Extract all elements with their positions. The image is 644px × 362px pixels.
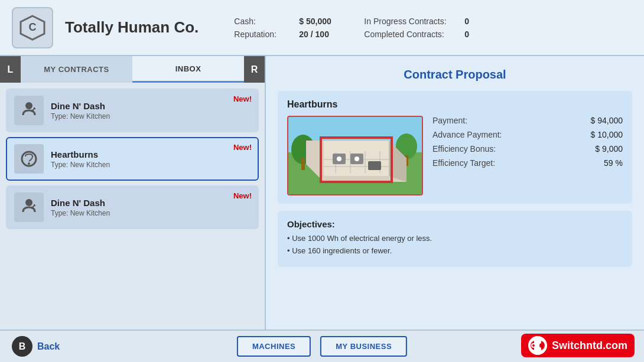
contract-detail-body: Payment: $ 94,000 Advance Payment: $ 10,… bbox=[287, 116, 623, 195]
contract-info: Dine N' Dash Type: New Kitchen bbox=[51, 101, 251, 120]
objectives-title: Objectives: bbox=[287, 219, 623, 229]
tab-my-contracts[interactable]: MY CONTRACTS bbox=[21, 56, 132, 83]
svg-point-31 bbox=[532, 344, 535, 347]
contract-type: Type: New Kitchen bbox=[51, 209, 251, 217]
payment-value: $ 94,000 bbox=[591, 116, 623, 125]
completed-value: 0 bbox=[464, 30, 469, 39]
efficiency-target-label: Efficiency Target: bbox=[432, 158, 495, 168]
tab-bar: L MY CONTRACTS INBOX R bbox=[0, 56, 265, 83]
left-panel: L MY CONTRACTS INBOX R Dine N' Dash Type… bbox=[0, 56, 266, 330]
cash-value: $ 50,000 bbox=[299, 17, 352, 26]
bottom-bar: B Back MACHINES MY BUSINESS Switchntd.co… bbox=[0, 330, 644, 362]
efficiency-bonus-row: Efficiency Bonus: $ 9,000 bbox=[432, 144, 623, 154]
advance-payment-row: Advance Payment: $ 10,000 bbox=[432, 130, 623, 139]
contract-item[interactable]: Heartburns Type: New Kitchen New! bbox=[6, 137, 259, 181]
nintendo-badge: Switchntd.com bbox=[521, 334, 635, 357]
in-progress-value: 0 bbox=[464, 17, 469, 26]
back-label: Back bbox=[37, 341, 60, 352]
svg-point-26 bbox=[354, 156, 359, 161]
svg-point-25 bbox=[337, 156, 341, 161]
reputation-value: 20 / 100 bbox=[299, 30, 352, 39]
efficiency-bonus-value: $ 9,000 bbox=[595, 144, 623, 154]
selected-contract-name: Heartburns bbox=[287, 99, 623, 110]
tab-l-button[interactable]: L bbox=[0, 56, 21, 83]
contract-stats: Payment: $ 94,000 Advance Payment: $ 10,… bbox=[432, 116, 623, 195]
tab-r-button[interactable]: R bbox=[244, 56, 265, 83]
svg-point-2 bbox=[25, 102, 32, 109]
company-logo: C bbox=[12, 7, 53, 48]
reputation-label: Reputation: bbox=[234, 30, 299, 39]
machines-button[interactable]: MACHINES bbox=[237, 336, 311, 357]
payment-row: Payment: $ 94,000 bbox=[432, 116, 623, 125]
contract-details-section: Heartburns bbox=[278, 91, 632, 204]
cash-label: Cash: bbox=[234, 17, 299, 26]
svg-point-30 bbox=[539, 343, 544, 348]
completed-label: Completed Contracts: bbox=[364, 30, 464, 39]
contract-info: Heartburns Type: New Kitchen bbox=[51, 149, 251, 169]
my-business-button[interactable]: MY BUSINESS bbox=[320, 336, 407, 357]
contract-icon bbox=[14, 144, 44, 174]
svg-point-5 bbox=[25, 199, 32, 206]
tab-inbox[interactable]: INBOX bbox=[132, 56, 244, 83]
contract-icon bbox=[14, 193, 44, 222]
contract-image bbox=[287, 116, 423, 195]
contract-item[interactable]: Dine N' Dash Type: New Kitchen New! bbox=[6, 89, 259, 132]
svg-rect-9 bbox=[301, 158, 305, 170]
efficiency-target-row: Efficiency Target: 59 % bbox=[432, 158, 623, 168]
right-panel: Contract Proposal Heartburns bbox=[266, 56, 644, 330]
new-badge: New! bbox=[233, 143, 252, 152]
in-progress-label: In Progress Contracts: bbox=[364, 17, 464, 26]
company-name: Totally Human Co. bbox=[65, 18, 199, 37]
contract-name: Heartburns bbox=[51, 149, 251, 159]
nintendo-logo bbox=[528, 336, 547, 355]
new-badge: New! bbox=[233, 94, 252, 103]
efficiency-bonus-label: Efficiency Bonus: bbox=[432, 144, 496, 154]
panel-title: Contract Proposal bbox=[278, 68, 632, 81]
advance-payment-value: $ 10,000 bbox=[591, 130, 623, 139]
contract-type: Type: New Kitchen bbox=[51, 112, 251, 120]
advance-payment-label: Advance Payment: bbox=[432, 130, 502, 139]
header-stats: Cash: $ 50,000 In Progress Contracts: 0 … bbox=[234, 17, 469, 39]
contract-icon bbox=[14, 96, 44, 125]
nintendo-text: Switchntd.com bbox=[552, 340, 627, 352]
objective-item: • Use 160 ingredients or fewer. bbox=[287, 246, 623, 255]
bottom-center-buttons: MACHINES MY BUSINESS bbox=[237, 336, 407, 357]
svg-rect-24 bbox=[368, 161, 381, 170]
contract-type: Type: New Kitchen bbox=[51, 161, 251, 169]
efficiency-target-value: 59 % bbox=[604, 158, 623, 168]
contract-list: Dine N' Dash Type: New Kitchen New! Hear… bbox=[0, 83, 265, 235]
back-button[interactable]: B Back bbox=[12, 336, 60, 357]
objective-item: • Use 1000 Wh of electrical energy or le… bbox=[287, 234, 623, 243]
main-content: L MY CONTRACTS INBOX R Dine N' Dash Type… bbox=[0, 56, 644, 330]
contract-name: Dine N' Dash bbox=[51, 198, 251, 208]
back-circle-icon: B bbox=[12, 336, 32, 357]
new-badge: New! bbox=[233, 191, 252, 200]
svg-text:C: C bbox=[29, 21, 37, 33]
svg-point-4 bbox=[28, 162, 30, 165]
header: C Totally Human Co. Cash: $ 50,000 In Pr… bbox=[0, 0, 644, 56]
objectives-section: Objectives: • Use 1000 Wh of electrical … bbox=[278, 211, 632, 267]
contract-item[interactable]: Dine N' Dash Type: New Kitchen New! bbox=[6, 185, 259, 229]
contract-info: Dine N' Dash Type: New Kitchen bbox=[51, 198, 251, 217]
contract-name: Dine N' Dash bbox=[51, 101, 251, 111]
payment-label: Payment: bbox=[432, 116, 467, 125]
